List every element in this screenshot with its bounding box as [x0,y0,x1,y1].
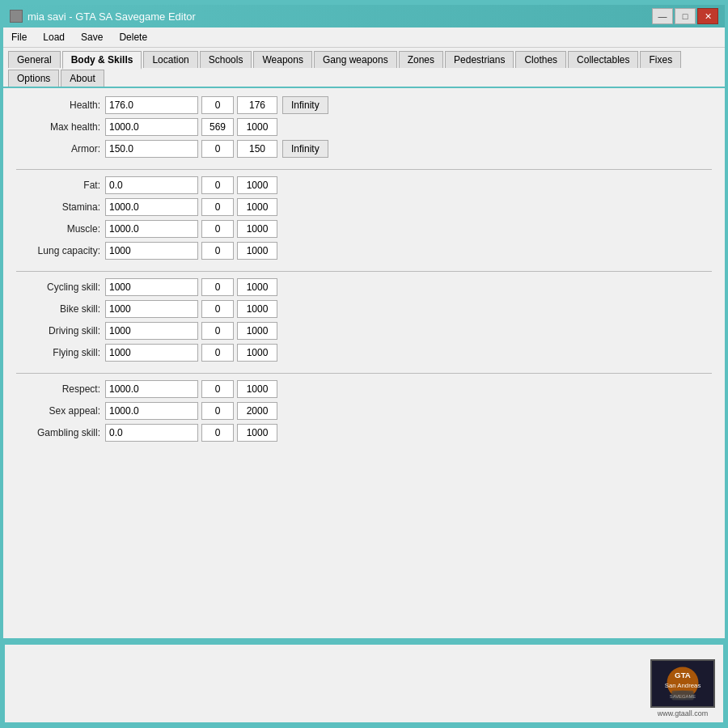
respect-max[interactable] [237,380,277,398]
flying-skill-row: Flying skill: [16,344,712,362]
lung-capacity-input[interactable] [105,242,198,260]
tabs-bar: General Body & Skills Location Schools W… [3,48,725,88]
gta-logo-image: GTA San Andreas SAVEGAME [650,659,715,708]
lung-capacity-max[interactable] [237,242,277,260]
gta-logo-area: GTA San Andreas SAVEGAME www.gtaall.com [650,659,715,717]
tab-location[interactable]: Location [143,51,197,68]
title-bar: mia savi - GTA SA Savegame Editor — □ ✕ [3,5,725,28]
minimize-button[interactable]: — [652,8,673,24]
health-max[interactable] [237,96,277,114]
tab-collectables[interactable]: Collectables [568,51,638,68]
social-stats-section: Respect: Sex appeal: Gambling skill: [16,380,712,442]
sex-appeal-input[interactable] [105,402,198,420]
bike-skill-row: Bike skill: [16,300,712,318]
bike-skill-min[interactable] [201,300,234,318]
fat-label: Fat: [16,180,105,191]
tab-about[interactable]: About [61,70,104,87]
menu-bar: File Load Save Delete [3,28,725,48]
driving-skill-max[interactable] [237,322,277,340]
gambling-skill-max[interactable] [237,424,277,442]
flying-skill-min[interactable] [201,344,234,362]
gambling-skill-min[interactable] [201,424,234,442]
menu-delete[interactable]: Delete [116,30,150,44]
respect-label: Respect: [16,383,105,395]
max-health-input[interactable] [105,118,198,136]
muscle-input[interactable] [105,220,198,238]
health-input[interactable] [105,96,198,114]
armor-min[interactable] [201,140,234,158]
muscle-max[interactable] [237,220,277,238]
svg-text:GTA: GTA [675,671,691,679]
sex-appeal-label: Sex appeal: [16,405,105,417]
tab-zones[interactable]: Zones [399,51,443,68]
stamina-min[interactable] [201,198,234,216]
tab-pedestrians[interactable]: Pedestrians [445,51,514,68]
respect-input[interactable] [105,380,198,398]
health-min[interactable] [201,96,234,114]
cycling-skill-input[interactable] [105,278,198,296]
maximize-button[interactable]: □ [675,8,696,24]
armor-max[interactable] [237,140,277,158]
driving-skill-min[interactable] [201,322,234,340]
sex-appeal-min[interactable] [201,402,234,420]
bike-skill-max[interactable] [237,300,277,318]
lung-capacity-label: Lung capacity: [16,245,105,256]
stamina-input[interactable] [105,198,198,216]
gambling-skill-label: Gambling skill: [16,427,105,438]
fat-row: Fat: [16,176,712,194]
sex-appeal-row: Sex appeal: [16,402,712,420]
menu-file[interactable]: File [8,30,30,44]
tab-schools[interactable]: Schools [200,51,252,68]
tab-clothes[interactable]: Clothes [515,51,566,68]
menu-load[interactable]: Load [40,30,68,44]
cycling-skill-min[interactable] [201,278,234,296]
divider-2 [16,271,712,272]
bike-skill-input[interactable] [105,300,198,318]
fat-max[interactable] [237,176,277,194]
health-label: Health: [16,99,105,111]
gambling-skill-input[interactable] [105,424,198,442]
max-health-label: Max health: [16,121,105,133]
max-health-row: Max health: [16,118,712,136]
menu-save[interactable]: Save [78,30,106,44]
flying-skill-max[interactable] [237,344,277,362]
website-label: www.gtaall.com [650,709,715,717]
max-health-min[interactable] [201,118,234,136]
cycling-skill-max[interactable] [237,278,277,296]
tab-gang-weapons[interactable]: Gang weapons [314,51,397,68]
armor-input[interactable] [105,140,198,158]
stamina-max[interactable] [237,198,277,216]
bottom-panel: GTA San Andreas SAVEGAME www.gtaall.com [3,643,725,724]
close-button[interactable]: ✕ [697,8,718,24]
tab-body-skills[interactable]: Body & Skills [62,51,142,70]
tab-fixes[interactable]: Fixes [640,51,681,68]
svg-text:San Andreas: San Andreas [665,682,701,689]
cycling-skill-row: Cycling skill: [16,278,712,296]
body-stats-section: Fat: Stamina: Muscle: Lung capacity: [16,176,712,260]
divider-3 [16,373,712,374]
flying-skill-label: Flying skill: [16,347,105,358]
flying-skill-input[interactable] [105,344,198,362]
lung-capacity-min[interactable] [201,242,234,260]
health-infinity-button[interactable]: Infinity [282,96,328,114]
lung-capacity-row: Lung capacity: [16,242,712,260]
sex-appeal-max[interactable] [237,402,277,420]
fat-min[interactable] [201,176,234,194]
respect-min[interactable] [201,380,234,398]
max-health-max[interactable] [237,118,277,136]
muscle-min[interactable] [201,220,234,238]
title-buttons: — □ ✕ [652,8,718,24]
driving-skill-input[interactable] [105,322,198,340]
svg-text:SAVEGAME: SAVEGAME [670,694,696,699]
title-bar-left: mia savi - GTA SA Savegame Editor [10,10,196,23]
driving-skill-row: Driving skill: [16,322,712,340]
tab-options[interactable]: Options [8,70,59,87]
main-window: mia savi - GTA SA Savegame Editor — □ ✕ … [2,3,726,640]
health-row: Health: Infinity [16,96,712,114]
tab-weapons[interactable]: Weapons [253,51,311,68]
tab-general[interactable]: General [8,51,61,68]
muscle-row: Muscle: [16,220,712,238]
fat-input[interactable] [105,176,198,194]
window-title: mia savi - GTA SA Savegame Editor [28,11,196,23]
armor-infinity-button[interactable]: Infinity [282,140,328,158]
